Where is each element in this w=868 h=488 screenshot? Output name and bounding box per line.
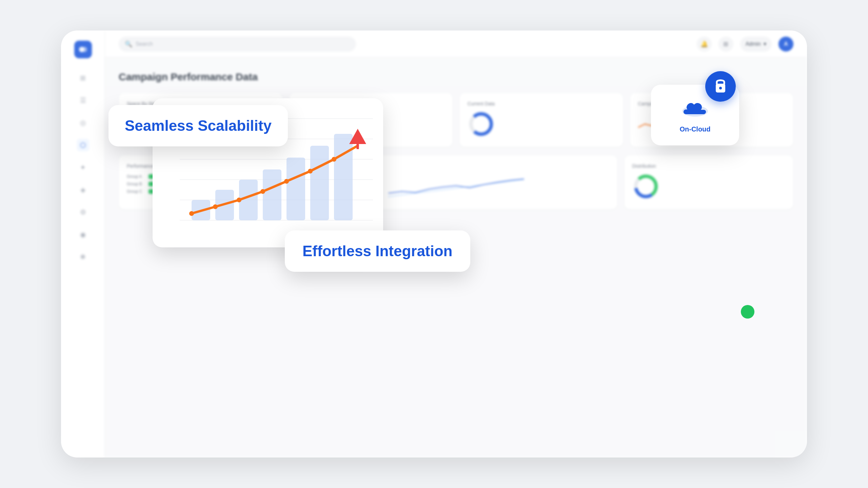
svg-point-23	[189, 211, 194, 216]
svg-point-28	[308, 169, 313, 174]
lock-badge[interactable]	[705, 71, 736, 102]
scalability-card[interactable]: Seamless Scalability	[108, 105, 288, 146]
topbar-actions: 🔔 ⊞ Admin ▾ A	[697, 37, 793, 52]
donut-chart-2	[468, 110, 495, 138]
sidebar-icon-circle[interactable]: ◉	[77, 228, 89, 241]
sidebar-icon-active[interactable]: ⬡	[77, 139, 89, 151]
sidebar-icon-target[interactable]: ◎	[77, 117, 89, 129]
sidebar-icon-home[interactable]: ⊞	[77, 72, 89, 84]
donut-chart-bottom	[632, 173, 659, 200]
bar-label-1: Group A	[127, 174, 147, 179]
card-title-3: Current Data	[468, 101, 615, 106]
svg-rect-20	[287, 158, 305, 220]
svg-point-1	[82, 47, 87, 52]
topbar: 🔍 Search 🔔 ⊞ Admin ▾ A	[105, 30, 807, 58]
sidebar-icon-star[interactable]: ✦	[77, 161, 89, 174]
svg-point-25	[237, 198, 241, 202]
bottom-card-donut: Distribution	[624, 155, 794, 209]
integration-label: Effortless Integration	[302, 243, 453, 259]
sidebar-icon-grid[interactable]: ◈	[77, 184, 89, 196]
sidebar-icon-settings[interactable]: ⚙	[77, 206, 89, 218]
main-window: ⊞ ☰ ◎ ⬡ ✦ ◈ ⚙ ◉ ❋ 🔍 Search 🔔 ⊞ Admin	[61, 30, 807, 458]
sidebar-icon-misc[interactable]: ❋	[77, 251, 89, 263]
search-icon: 🔍	[125, 40, 132, 48]
chevron-down-icon: ▾	[764, 41, 766, 47]
svg-point-34	[719, 87, 722, 89]
svg-point-29	[332, 157, 336, 162]
page-title: Campaign Performance Data	[119, 71, 793, 83]
svg-point-27	[284, 179, 289, 184]
lock-icon	[713, 77, 728, 96]
notification-button[interactable]: 🔔	[697, 37, 712, 52]
grid-button[interactable]: ⊞	[718, 37, 733, 52]
search-placeholder: Search	[136, 41, 153, 47]
user-menu[interactable]: Admin ▾	[740, 37, 772, 52]
bottom-card-title-3: Distribution	[632, 163, 786, 169]
svg-point-24	[213, 204, 218, 209]
bar-label-3: Group C	[127, 189, 147, 194]
integration-card[interactable]: Effortless Integration	[285, 230, 470, 272]
user-avatar[interactable]: A	[778, 37, 793, 52]
cloud-icon	[680, 97, 710, 121]
app-logo[interactable]	[74, 41, 92, 58]
search-bar[interactable]: 🔍 Search	[119, 37, 356, 52]
bar-label-2: Group B	[127, 182, 147, 186]
cloud-label: On-Cloud	[679, 125, 710, 133]
svg-point-26	[260, 189, 265, 194]
svg-rect-19	[263, 169, 281, 220]
sidebar-icon-list[interactable]: ☰	[77, 94, 89, 106]
card-current-data: Current Data	[459, 93, 623, 147]
svg-rect-21	[310, 146, 329, 220]
user-label: Admin	[746, 41, 761, 47]
scalability-label: Seamless Scalability	[125, 117, 272, 134]
svg-rect-22	[334, 134, 353, 220]
sidebar: ⊞ ☰ ◎ ⬡ ✦ ◈ ⚙ ◉ ❋	[61, 30, 105, 458]
